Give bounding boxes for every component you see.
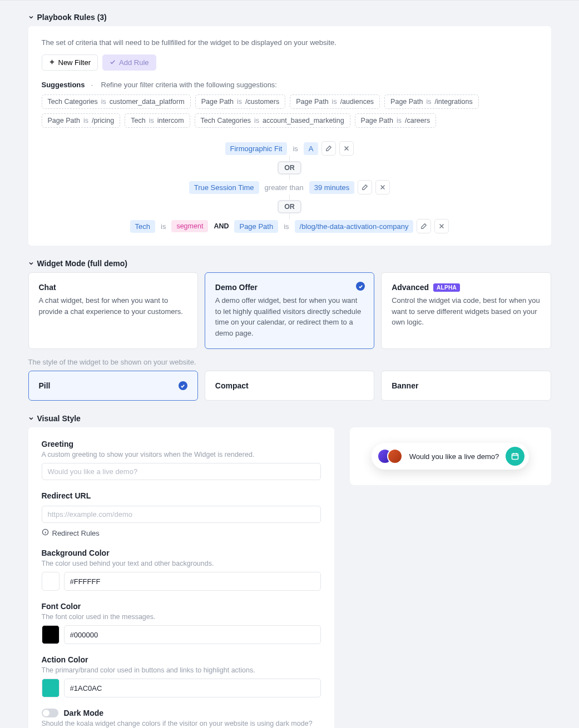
suggestions-hint: Refine your filter criteria with the fol… [101, 81, 277, 89]
rules-description: The set of criteria that will need to be… [42, 38, 538, 47]
redirect-rules-link[interactable]: Redirect Rules [42, 528, 100, 537]
mode-card-chat[interactable]: Chat A chat widget, best for when you wa… [28, 272, 198, 349]
plus-icon [49, 58, 55, 67]
check-icon [110, 58, 116, 67]
section-title: Visual Style [37, 414, 81, 423]
style-card-pill[interactable]: Pill [28, 371, 198, 401]
widget-preview: Would you like a live demo? [350, 427, 551, 485]
add-rule-button[interactable]: Add Rule [102, 54, 156, 71]
pill-widget-preview: Would you like a live demo? [372, 443, 529, 470]
avatar [387, 448, 403, 464]
alpha-badge: ALPHA [433, 283, 460, 292]
or-connector: OR [278, 200, 301, 213]
suggestion-chips: Tech Categoriesiscustomer_data_platform … [42, 94, 538, 128]
section-toggle-rules[interactable]: Playbook Rules (3) [28, 13, 551, 22]
suggestion-chip[interactable]: Tech Categoriesiscustomer_data_platform [42, 94, 191, 109]
redirect-url-input[interactable] [42, 506, 321, 523]
bg-color-swatch[interactable] [42, 572, 60, 591]
visual-form: Greeting A custom greeting to show your … [28, 427, 334, 728]
action-color-swatch[interactable] [42, 679, 60, 697]
pill-text: Would you like a live demo? [409, 452, 499, 461]
edit-rule-button[interactable] [417, 219, 431, 233]
and-connector: AND [211, 222, 231, 230]
calendar-icon [506, 447, 524, 466]
avatar-group [377, 448, 403, 464]
font-color-swatch[interactable] [42, 625, 60, 644]
or-connector: OR [278, 161, 301, 174]
remove-rule-button[interactable] [434, 219, 449, 233]
style-card-banner[interactable]: Banner [381, 371, 551, 401]
section-toggle-widget[interactable]: Widget Mode (full demo) [28, 259, 551, 268]
info-icon [42, 528, 49, 537]
svg-rect-1 [512, 454, 518, 460]
active-rules: Firmographic Fit is A OR True Session Ti… [42, 141, 538, 233]
mode-card-advanced[interactable]: Advanced ALPHA Control the widget via co… [381, 272, 551, 349]
remove-rule-button[interactable] [339, 141, 354, 156]
greeting-input[interactable] [42, 463, 321, 480]
remove-rule-button[interactable] [375, 180, 390, 195]
suggestion-chip[interactable]: Page Pathis/pricing [42, 113, 121, 128]
chevron-down-icon [28, 14, 34, 20]
rule-row: True Session Time greater than 39 minute… [189, 180, 390, 195]
style-hint: The style of the widget to be shown on y… [28, 358, 551, 366]
chevron-down-icon [28, 261, 34, 266]
rule-row: Tech is segment AND Page Path is /blog/t… [130, 219, 449, 233]
style-card-compact[interactable]: Compact [205, 371, 374, 401]
dark-mode-toggle[interactable] [42, 709, 58, 717]
new-filter-button[interactable]: New Filter [42, 54, 98, 71]
suggestion-chip[interactable]: Tech Categoriesisaccount_based_marketing [195, 113, 350, 128]
rules-card: The set of criteria that will need to be… [28, 26, 551, 246]
edit-rule-button[interactable] [358, 180, 372, 195]
selected-check-icon [179, 381, 187, 390]
suggestion-chip[interactable]: Page Pathis/integrations [384, 94, 479, 109]
suggestion-chip[interactable]: Techisintercom [125, 113, 190, 128]
section-title: Playbook Rules (3) [37, 13, 107, 22]
suggestion-chip[interactable]: Page Pathis/careers [355, 113, 437, 128]
suggestion-chip[interactable]: Page Pathis/audiences [290, 94, 380, 109]
action-color-input[interactable] [64, 679, 321, 697]
section-toggle-visual[interactable]: Visual Style [28, 414, 551, 423]
section-title: Widget Mode (full demo) [37, 259, 127, 268]
edit-rule-button[interactable] [321, 141, 336, 156]
font-color-input[interactable] [64, 625, 321, 644]
suggestion-chip[interactable]: Page Pathis/customers [195, 94, 286, 109]
mode-card-demo[interactable]: Demo Offer A demo offer widget, best for… [205, 272, 374, 349]
rule-row: Firmographic Fit is A [225, 141, 354, 156]
suggestions-label: Suggestions [42, 81, 85, 89]
bg-color-input[interactable] [64, 572, 321, 591]
chevron-down-icon [28, 416, 34, 421]
